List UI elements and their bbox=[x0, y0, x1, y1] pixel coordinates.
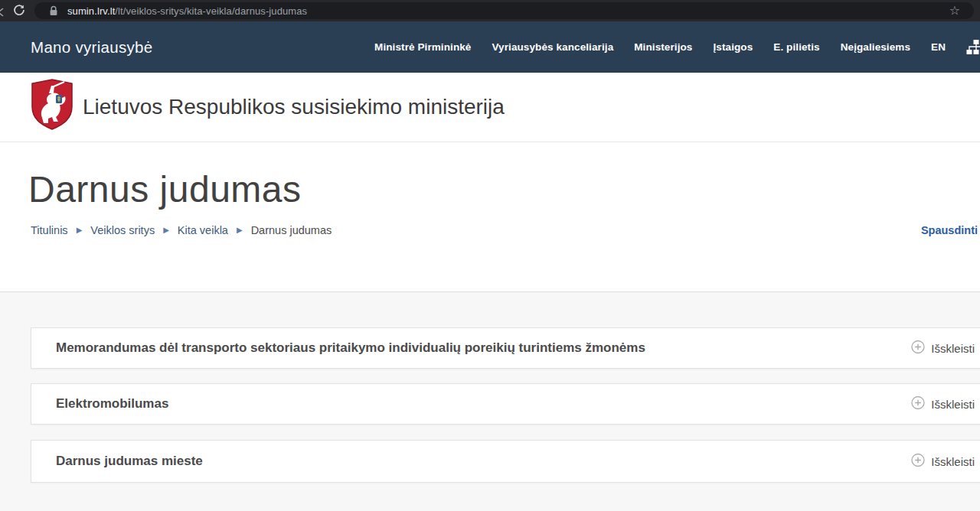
plus-circle-icon bbox=[911, 396, 925, 412]
accordion-title: Darnus judumas mieste bbox=[56, 454, 203, 469]
chevron-right-icon: ▶ bbox=[163, 225, 169, 236]
nav-item-ministerijos[interactable]: Ministerijos bbox=[634, 41, 692, 53]
page-title: Darnus judumas bbox=[28, 168, 302, 210]
expand-label: Išskleisti bbox=[931, 455, 975, 468]
nav-item-ministre-pirmininke[interactable]: Ministrė Pirmininkė bbox=[374, 41, 471, 53]
breadcrumb: Titulinis ▶ Veiklos sritys ▶ Kita veikla… bbox=[31, 224, 332, 236]
breadcrumb-current: Darnus judumas bbox=[251, 224, 332, 236]
lock-icon[interactable] bbox=[49, 5, 58, 16]
page-head: Darnus judumas Titulinis ▶ Veiklos srity… bbox=[0, 142, 980, 291]
refresh-icon[interactable] bbox=[13, 4, 28, 18]
breadcrumb-titulinis[interactable]: Titulinis bbox=[31, 224, 68, 236]
accordion-row-elektromobilumas[interactable]: Elektromobilumas Išskleisti bbox=[31, 383, 980, 425]
expand-label: Išskleisti bbox=[931, 342, 975, 355]
breadcrumb-kita-veikla[interactable]: Kita veikla bbox=[178, 224, 228, 236]
url-domain: sumin.lrv.lt bbox=[67, 5, 115, 17]
chevron-right-icon: ▶ bbox=[237, 225, 243, 236]
nav-item-e-pilietis[interactable]: E. pilietis bbox=[773, 41, 819, 53]
nav-item-istaigos[interactable]: Įstaigos bbox=[713, 41, 753, 53]
sitemap-icon[interactable] bbox=[966, 39, 980, 56]
breadcrumb-veiklos-sritys[interactable]: Veiklos sritys bbox=[90, 224, 155, 236]
nav-item-neigaliesiems[interactable]: Neįgaliesiems bbox=[841, 41, 910, 53]
expand-button[interactable]: Išskleisti bbox=[911, 454, 975, 470]
accordion-title: Elektromobilumas bbox=[56, 396, 168, 412]
address-bar[interactable]: sumin.lrv.lt/lt/veiklos-sritys/kita-veik… bbox=[34, 2, 974, 19]
plus-circle-icon bbox=[911, 340, 925, 356]
accordion-row-darnus-judumas-mieste[interactable]: Darnus judumas mieste Išskleisti bbox=[31, 440, 980, 483]
expand-label: Išskleisti bbox=[931, 398, 975, 411]
browser-toolbar: sumin.lrv.lt/lt/veiklos-sritys/kita-veik… bbox=[0, 0, 980, 21]
site-header: Lietuvos Respublikos susisiekimo ministe… bbox=[0, 73, 980, 142]
expand-button[interactable]: Išskleisti bbox=[911, 396, 975, 412]
accordion-title: Memorandumas dėl transporto sektoriaus p… bbox=[56, 340, 645, 356]
print-button[interactable]: Spausdinti bbox=[921, 224, 978, 236]
top-nav-menu: Ministrė Pirmininkė Vyriausybės kancelia… bbox=[374, 21, 980, 73]
nav-item-language-en[interactable]: EN bbox=[931, 41, 946, 53]
url-path: /lt/veiklos-sritys/kita-veikla/darnus-ju… bbox=[115, 5, 307, 17]
government-navbar: Mano vyriausybė Ministrė Pirmininkė Vyri… bbox=[0, 21, 980, 73]
plus-circle-icon bbox=[911, 454, 925, 470]
brand-mano-vyriausybe[interactable]: Mano vyriausybė bbox=[31, 38, 152, 57]
nav-item-vyriausybes-kanceliarija[interactable]: Vyriausybės kanceliarija bbox=[492, 41, 613, 53]
ministry-name[interactable]: Lietuvos Respublikos susisiekimo ministe… bbox=[83, 95, 505, 119]
accordion-row-memorandumas[interactable]: Memorandumas dėl transporto sektoriaus p… bbox=[31, 327, 980, 369]
ministry-logo-link[interactable] bbox=[31, 79, 74, 133]
bookmark-star-icon[interactable]: ☆ bbox=[949, 4, 960, 18]
content-section: Memorandumas dėl transporto sektoriaus p… bbox=[0, 291, 980, 511]
url-text: sumin.lrv.lt/lt/veiklos-sritys/kita-veik… bbox=[67, 5, 307, 17]
chevron-right-icon: ▶ bbox=[77, 225, 83, 236]
back-arrow-icon[interactable] bbox=[0, 6, 5, 20]
coat-of-arms-icon bbox=[31, 79, 74, 133]
expand-button[interactable]: Išskleisti bbox=[911, 340, 975, 356]
